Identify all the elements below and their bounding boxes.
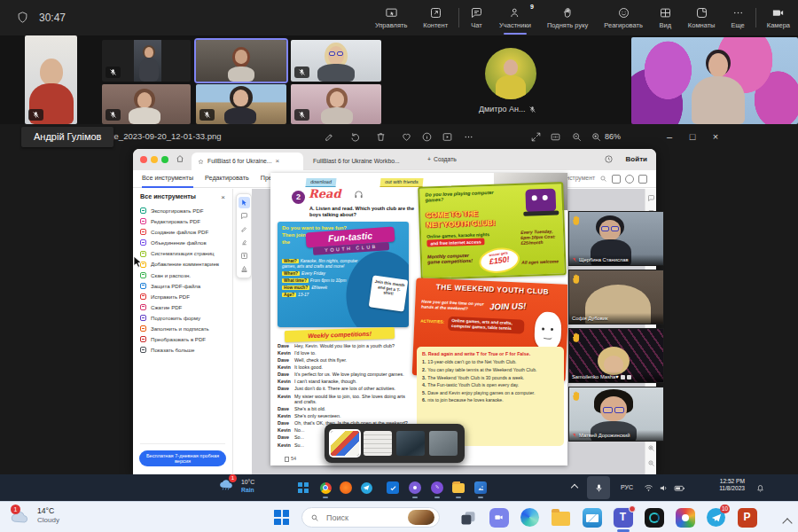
participant-tile[interactable]: Щербина Станислав [568, 211, 664, 266]
file-explorer-icon[interactable] [551, 507, 571, 528]
tool-item[interactable]: Создание файлов PDF [133, 227, 232, 238]
free-trial-button[interactable]: Бесплатная 7-дневная пробная версия [139, 450, 226, 466]
tab-close-icon[interactable]: × [276, 157, 280, 166]
zoom-out-icon[interactable] [569, 129, 583, 144]
start-button[interactable] [271, 507, 292, 528]
search-highlight-image[interactable] [408, 510, 434, 525]
chrome-icon[interactable] [319, 481, 332, 494]
teams-chat-icon[interactable] [489, 507, 509, 528]
manage-button[interactable]: Управлять [367, 0, 415, 35]
raise-hand-button[interactable]: Поднять руку [539, 0, 596, 35]
grid-icon[interactable] [638, 175, 647, 184]
participant-tile[interactable]: Софія Дубовик [568, 270, 664, 325]
globe-icon[interactable] [625, 175, 634, 184]
photos-icon[interactable] [675, 507, 695, 528]
photos-icon[interactable] [474, 481, 487, 494]
close-button[interactable]: × [707, 128, 724, 145]
video-tile[interactable] [291, 40, 381, 82]
mail-icon[interactable] [582, 507, 602, 528]
text-tool-button[interactable] [239, 250, 250, 262]
tool-item[interactable]: Добавление комментариев [133, 259, 232, 270]
video-tile[interactable] [631, 37, 798, 124]
wifi-icon[interactable] [644, 474, 653, 501]
tab-fullblast-student[interactable]: FullBlast 6 for Ukraine... × [192, 153, 303, 170]
search-input[interactable] [325, 512, 399, 523]
tool-item[interactable]: Экспортировать PDF [133, 206, 232, 216]
rotate-icon[interactable] [348, 129, 362, 144]
filmstrip-thumbnail[interactable] [364, 431, 392, 456]
participant-tile[interactable]: Samoilenko Masha♥ [568, 328, 664, 383]
check-app-icon[interactable] [387, 481, 399, 494]
delete-icon[interactable] [373, 129, 387, 144]
cloud-app-icon[interactable] [340, 481, 352, 494]
telegram-icon[interactable]: 10 [706, 507, 726, 528]
tool-item[interactable]: Подготовить форму [133, 313, 232, 324]
edge-icon[interactable] [520, 507, 540, 528]
purple-app-icon[interactable] [409, 481, 421, 494]
notifications-icon[interactable] [755, 474, 765, 501]
actual-size-icon[interactable] [548, 129, 562, 144]
fullscreen-icon[interactable] [528, 129, 543, 144]
tool-item[interactable]: Редактировать PDF [133, 216, 232, 227]
taskbar-search[interactable] [301, 507, 440, 528]
avatar[interactable] [485, 48, 536, 99]
select-tool-button[interactable] [239, 197, 250, 208]
close-traffic-light[interactable] [140, 156, 147, 163]
video-tile[interactable] [102, 40, 191, 82]
highlight-tool-button[interactable] [239, 237, 250, 248]
video-tile[interactable] [291, 84, 381, 124]
black-app-icon[interactable] [644, 507, 664, 528]
video-tile[interactable] [102, 84, 191, 124]
history-icon[interactable] [604, 154, 614, 164]
menu-edit[interactable]: Редактировать [205, 170, 249, 188]
view-button[interactable]: Вид [651, 0, 680, 35]
zoom-out-icon[interactable] [647, 459, 655, 467]
edit-icon[interactable] [322, 129, 336, 144]
zoom-in-icon[interactable] [647, 444, 655, 452]
tray-clock[interactable]: 12:52 PM 11/8/2023 [693, 478, 745, 492]
viber-icon[interactable] [431, 481, 443, 494]
panel-icon[interactable] [612, 175, 621, 184]
comments-icon[interactable] [647, 194, 655, 202]
slideshow-icon[interactable] [440, 129, 454, 144]
comment-tool-button[interactable] [239, 210, 250, 222]
panel-close-icon[interactable]: × [221, 193, 225, 202]
start-button[interactable] [297, 481, 309, 494]
menu-all-tools[interactable]: Все инструменты [142, 170, 193, 188]
tool-item[interactable]: Защита PDF-файла [133, 280, 232, 291]
tool-item[interactable]: Заполнить и подписать [133, 324, 232, 334]
more-dots-icon[interactable] [461, 129, 475, 144]
filmstrip-thumbnail[interactable] [331, 431, 359, 456]
stamp-tool-button[interactable] [239, 263, 250, 275]
tool-item[interactable]: Скан и распозн. [133, 270, 232, 280]
participant-tile[interactable]: Матвей Дорожинский [568, 387, 664, 442]
participants-button[interactable]: 9 Участники [491, 0, 539, 35]
speaker-icon[interactable] [659, 474, 669, 501]
minimize-traffic-light[interactable] [151, 156, 158, 163]
tray-mic-button[interactable] [587, 476, 610, 499]
more-button[interactable]: Еще [724, 0, 753, 35]
teams-icon[interactable]: T [613, 507, 633, 528]
camera-button[interactable]: Камера [759, 0, 798, 35]
react-button[interactable]: Реагировать [596, 0, 651, 35]
sign-in-button[interactable]: Войти [626, 155, 647, 164]
tool-item[interactable]: Систематизация страниц [133, 248, 232, 259]
filmstrip-thumbnail[interactable] [429, 431, 458, 456]
tool-item[interactable]: Сжатие PDF [133, 301, 232, 312]
tool-show-more[interactable]: Показать больше [133, 345, 232, 356]
maximize-button[interactable]: □ [684, 128, 701, 145]
new-tab-button[interactable]: + Создать [427, 156, 457, 163]
tray-expand-icon[interactable] [572, 474, 577, 501]
tool-item[interactable]: Преобразовать в PDF [133, 334, 232, 345]
tray-language[interactable]: РУС [621, 474, 633, 501]
tool-item[interactable]: Исправить PDF [133, 291, 232, 301]
zoom-in-icon[interactable] [589, 129, 603, 144]
maximize-traffic-light[interactable] [161, 156, 168, 163]
task-view-icon[interactable] [458, 507, 478, 528]
telegram-icon[interactable] [360, 481, 372, 494]
video-tile-active-speaker[interactable] [196, 40, 286, 82]
info-icon[interactable] [419, 129, 434, 144]
favorite-icon[interactable] [399, 129, 413, 144]
pencil-tool-button[interactable] [239, 223, 250, 235]
tool-item[interactable]: Объединение файлов [133, 238, 232, 248]
